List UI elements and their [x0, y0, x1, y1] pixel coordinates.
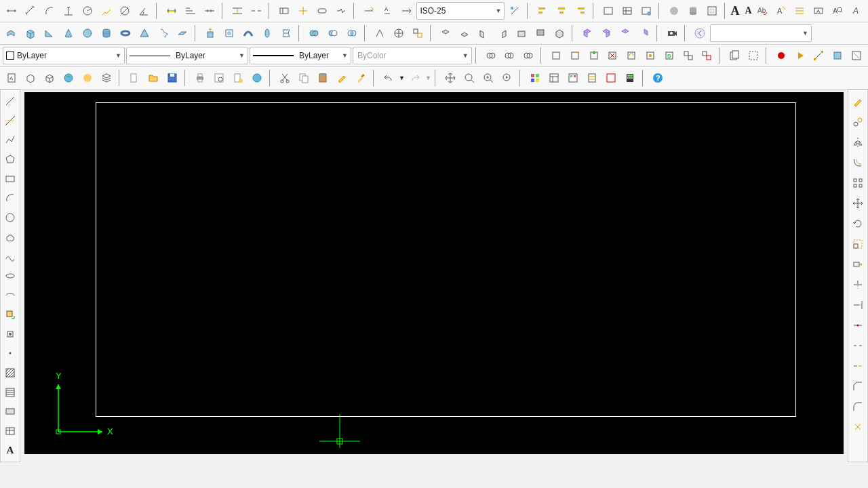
- tool-palette-icon[interactable]: [564, 69, 582, 87]
- ungroup-icon[interactable]: [698, 47, 716, 64]
- markup-icon[interactable]: [602, 69, 620, 87]
- brush-icon[interactable]: [352, 69, 370, 87]
- dim-tedit-icon[interactable]: A: [379, 2, 397, 20]
- make-block-icon[interactable]: [1, 326, 19, 343]
- calculator-icon[interactable]: [621, 69, 639, 87]
- spell-check-icon[interactable]: Ab: [753, 2, 771, 20]
- text-convert-icon[interactable]: A: [810, 2, 827, 20]
- jogged-linear-icon[interactable]: [332, 2, 350, 20]
- break-icon[interactable]: [849, 337, 867, 354]
- visual-style-combo[interactable]: ▼: [710, 24, 812, 42]
- polyline-icon[interactable]: [1, 131, 19, 148]
- spline-icon[interactable]: [1, 248, 19, 265]
- view-right-icon[interactable]: [494, 24, 511, 42]
- text-small-A-icon[interactable]: A: [745, 5, 752, 16]
- lineweight-combo[interactable]: ByLayer ▼: [250, 47, 351, 64]
- copy2-icon[interactable]: [849, 113, 867, 131]
- measure-dist-icon[interactable]: [810, 47, 828, 64]
- xline-icon[interactable]: [1, 113, 19, 129]
- save-file-icon[interactable]: [163, 69, 181, 87]
- dim-diameter-icon[interactable]: [117, 2, 134, 20]
- wedge-icon[interactable]: [41, 24, 58, 42]
- nav-back-icon[interactable]: [691, 24, 709, 42]
- sweep-icon[interactable]: [239, 24, 257, 42]
- dim-edit-icon[interactable]: [360, 2, 378, 20]
- block-attedit-icon[interactable]: [642, 47, 659, 64]
- xref-icon[interactable]: [726, 47, 743, 64]
- cylinder2-icon[interactable]: [684, 2, 702, 20]
- draworder-icon[interactable]: [482, 47, 500, 64]
- align3d-icon[interactable]: [409, 24, 427, 42]
- layout-wizard-icon[interactable]: [618, 2, 636, 20]
- view-back-icon[interactable]: [532, 24, 549, 42]
- torus-icon[interactable]: [117, 24, 134, 42]
- open-file-icon[interactable]: [144, 69, 162, 87]
- dim-radius-icon[interactable]: [79, 2, 96, 20]
- find-text-icon[interactable]: A: [829, 2, 846, 20]
- hatch-icon[interactable]: [1, 365, 19, 382]
- zoom-realtime-icon[interactable]: [460, 69, 478, 87]
- dim-arc-icon[interactable]: [41, 2, 58, 20]
- arc-icon[interactable]: [1, 190, 19, 207]
- stretch-icon[interactable]: [849, 256, 867, 273]
- text-big-A-icon[interactable]: A: [731, 4, 740, 18]
- trim-icon[interactable]: [849, 276, 867, 293]
- revolve-icon[interactable]: [258, 24, 276, 42]
- block-base-icon[interactable]: B: [660, 47, 678, 64]
- view-front-icon[interactable]: [513, 24, 530, 42]
- sphere-icon[interactable]: [665, 2, 683, 20]
- match-prop-icon[interactable]: [333, 69, 351, 87]
- loft-icon[interactable]: [277, 24, 295, 42]
- render-icon[interactable]: [79, 69, 96, 87]
- block-make-icon[interactable]: [547, 47, 565, 64]
- gradient-icon[interactable]: [1, 384, 19, 401]
- wire-box-icon[interactable]: [41, 69, 58, 87]
- xref-clip-icon[interactable]: [745, 47, 762, 64]
- planar-surf-icon[interactable]: [174, 24, 191, 42]
- ucs-world-icon[interactable]: [390, 24, 408, 42]
- dim-update-icon[interactable]: [397, 2, 415, 20]
- dim-baseline-icon[interactable]: [182, 2, 199, 20]
- qselect-icon[interactable]: [848, 47, 865, 64]
- layer-manager-icon[interactable]: [98, 69, 115, 87]
- revcloud-icon[interactable]: [1, 228, 19, 245]
- break-point-icon[interactable]: [849, 317, 867, 334]
- sheet-set-icon[interactable]: A: [3, 69, 20, 87]
- design-center-icon[interactable]: [545, 69, 563, 87]
- group-icon[interactable]: [679, 47, 697, 64]
- table-icon[interactable]: [1, 423, 19, 440]
- dim-linear-icon[interactable]: [3, 2, 20, 20]
- drawing-area[interactable]: X Y: [24, 92, 844, 454]
- publish-icon[interactable]: [229, 69, 247, 87]
- properties-icon[interactable]: [526, 69, 544, 87]
- action-play-icon[interactable]: [791, 47, 809, 64]
- rotate-icon[interactable]: [849, 215, 867, 232]
- view-bottom-icon[interactable]: [456, 24, 473, 42]
- measure-area-icon[interactable]: [829, 47, 846, 64]
- layout-new-icon[interactable]: [599, 2, 617, 20]
- redo-dropdown-icon[interactable]: ▼: [425, 75, 431, 81]
- camera-icon[interactable]: [663, 24, 681, 42]
- draworder-front-icon[interactable]: [500, 47, 518, 64]
- view-sene-icon[interactable]: [597, 24, 615, 42]
- intersect-icon[interactable]: [343, 24, 361, 42]
- solid-box-icon[interactable]: [22, 69, 39, 87]
- dim-jog-icon[interactable]: [98, 2, 115, 20]
- tolerance-icon[interactable]: [275, 2, 293, 20]
- view-swne-icon[interactable]: [578, 24, 596, 42]
- mtext-icon[interactable]: A: [1, 442, 19, 459]
- block-attdef-icon[interactable]: [604, 47, 621, 64]
- dim-continue-icon[interactable]: [201, 2, 218, 20]
- draworder-back-icon[interactable]: [519, 47, 537, 64]
- rectangle-icon[interactable]: [1, 171, 19, 188]
- align-right-icon[interactable]: [572, 2, 589, 20]
- circle-icon[interactable]: [1, 209, 19, 226]
- new-file-icon[interactable]: [125, 69, 143, 87]
- color-combo[interactable]: ByLayer ▼: [3, 47, 125, 64]
- subtract-icon[interactable]: [324, 24, 342, 42]
- text-style-icon[interactable]: A: [848, 2, 865, 20]
- view-top-icon[interactable]: [437, 24, 454, 42]
- action-macro-icon[interactable]: [772, 47, 790, 64]
- text-scale-icon[interactable]: A: [772, 2, 790, 20]
- polygon-icon[interactable]: [1, 151, 19, 168]
